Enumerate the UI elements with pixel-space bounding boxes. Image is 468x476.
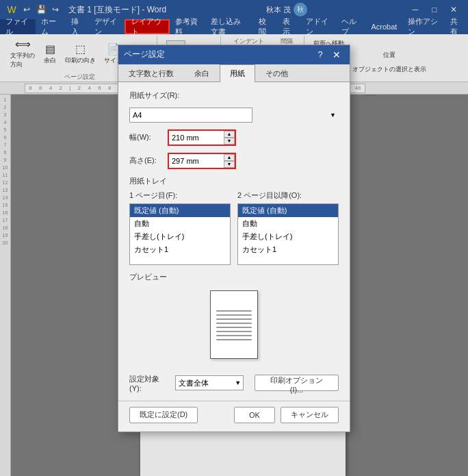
paper-size-section: 用紙サイズ(R): A4 A3 B4 B5 Letter ▼: [129, 90, 339, 123]
apply-to-label: 設定対象(Y):: [129, 374, 170, 392]
preview-line: [216, 323, 252, 324]
dialog-help-button[interactable]: ?: [313, 49, 328, 61]
preview-line: [216, 331, 252, 332]
preview-line: [216, 335, 252, 336]
apply-select-wrapper: 文書全体 これ以降 ▼: [175, 375, 244, 390]
dialog-close-button[interactable]: ✕: [329, 49, 344, 61]
apply-to-row: 設定対象(Y): 文書全体 これ以降 ▼ 印刷オプション(I)...: [129, 374, 339, 392]
paper-size-label: 用紙サイズ(R):: [129, 90, 339, 101]
height-input-wrapper: ▲ ▼: [168, 153, 236, 169]
height-row: 高さ(E): ▲ ▼: [129, 153, 339, 169]
dialog-body: 用紙サイズ(R): A4 A3 B4 B5 Letter ▼ 幅(W):: [118, 82, 350, 401]
width-input-wrapper: ▲ ▼: [168, 129, 236, 146]
preview-line: [216, 327, 252, 328]
first-page-tray-label: 1 ページ目(F):: [129, 190, 231, 201]
preview-line: [216, 339, 252, 340]
tray-item[interactable]: カセット1: [130, 243, 230, 256]
tab-margins[interactable]: 余白: [184, 64, 220, 82]
preview-section: プレビュー: [129, 272, 339, 364]
preview-line: [216, 314, 252, 316]
tray-item[interactable]: カセット1: [238, 243, 338, 256]
dialog-titlebar-buttons: ? ✕: [313, 49, 344, 61]
preview-page: [210, 290, 258, 359]
tray-section-label: 用紙トレイ: [129, 176, 339, 186]
tray-item[interactable]: 手差し(トレイ): [130, 230, 230, 243]
tab-paper[interactable]: 用紙: [220, 64, 255, 82]
paper-size-arrow-icon: ▼: [330, 112, 336, 118]
tray-item[interactable]: 自動: [238, 217, 338, 230]
footer-left: 既定に設定(D): [129, 407, 198, 423]
height-up-btn[interactable]: ▲: [224, 154, 235, 161]
dialog-footer: 既定に設定(D) OK キャンセル: [118, 401, 350, 431]
footer-right: OK キャンセル: [234, 407, 339, 423]
height-label: 高さ(E):: [129, 155, 164, 166]
tray-item[interactable]: 手差し(トレイ): [238, 230, 338, 243]
preview-label: プレビュー: [129, 272, 339, 282]
page-setup-dialog: ページ設定 ? ✕ 文字数と行数 余白 用紙 その他: [118, 45, 350, 432]
tray-section: 用紙トレイ 1 ページ目(F): 既定値 (自動) 自動: [129, 176, 339, 265]
width-input[interactable]: [169, 131, 224, 145]
height-spinner: ▲ ▼: [224, 154, 235, 168]
width-label: 幅(W):: [129, 132, 164, 142]
dialog-title: ページ設定: [124, 49, 165, 60]
other-pages-tray-listbox[interactable]: 既定値 (自動) 自動 手差し(トレイ) カセット1: [237, 203, 339, 265]
height-input[interactable]: [169, 154, 224, 168]
first-page-tray-listbox[interactable]: 既定値 (自動) 自動 手差し(トレイ) カセット1: [129, 203, 231, 265]
tray-item[interactable]: 自動: [130, 217, 230, 230]
width-down-btn[interactable]: ▼: [224, 138, 235, 145]
dialog-overlay: ページ設定 ? ✕ 文字数と行数 余白 用紙 その他: [0, 0, 468, 476]
tab-other[interactable]: その他: [255, 64, 298, 82]
width-row: 幅(W): ▲ ▼: [129, 129, 339, 146]
cancel-button[interactable]: キャンセル: [281, 407, 339, 423]
preview-line: [216, 318, 252, 320]
other-pages-tray-col: 2 ページ目以降(O): 既定値 (自動) 自動 手差し(トレイ): [237, 190, 339, 265]
first-page-tray-col: 1 ページ目(F): 既定値 (自動) 自動 手差し(トレイ): [129, 190, 231, 265]
paper-size-select[interactable]: A4 A3 B4 B5 Letter: [129, 108, 252, 123]
tray-lists-row: 1 ページ目(F): 既定値 (自動) 自動 手差し(トレイ): [129, 190, 339, 265]
tab-chars-lines[interactable]: 文字数と行数: [118, 64, 184, 82]
dialog-titlebar: ページ設定 ? ✕: [118, 45, 350, 64]
preview-line: [216, 310, 252, 312]
height-down-btn[interactable]: ▼: [224, 161, 235, 168]
dialog-tab-bar: 文字数と行数 余白 用紙 その他: [118, 64, 350, 82]
preview-box: [129, 285, 339, 364]
paper-size-select-wrapper: A4 A3 B4 B5 Letter ▼: [129, 108, 339, 123]
other-pages-tray-label: 2 ページ目以降(O):: [237, 190, 339, 201]
print-options-button[interactable]: 印刷オプション(I)...: [255, 375, 339, 391]
set-default-button[interactable]: 既定に設定(D): [129, 407, 198, 423]
ok-button[interactable]: OK: [234, 407, 275, 423]
tray-item[interactable]: 既定値 (自動): [238, 204, 338, 217]
tray-item[interactable]: 既定値 (自動): [130, 204, 230, 217]
width-spinner: ▲ ▼: [224, 131, 235, 145]
width-up-btn[interactable]: ▲: [224, 131, 235, 138]
apply-to-select[interactable]: 文書全体 これ以降: [175, 375, 244, 390]
